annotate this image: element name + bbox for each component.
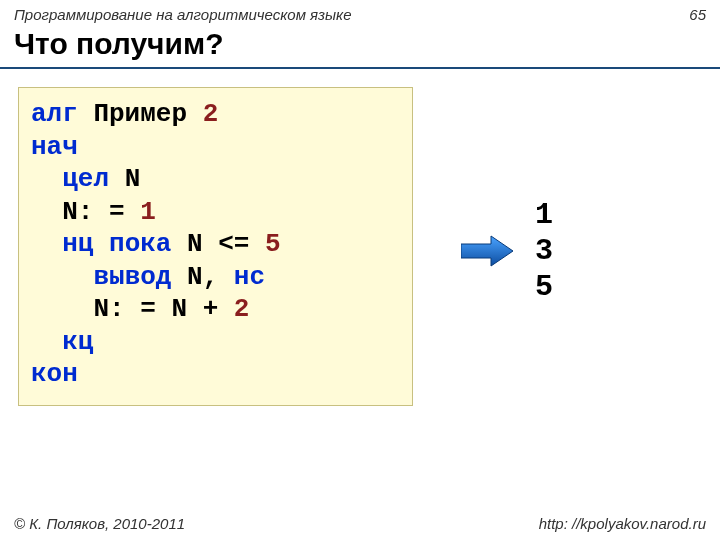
- code-t: N <=: [171, 229, 265, 259]
- code-t: N: = N +: [31, 294, 234, 324]
- code-t: N: [109, 164, 140, 194]
- num: 2: [234, 294, 250, 324]
- code-t: N: =: [31, 197, 140, 227]
- footer-url: http: //kpolyakov.narod.ru: [539, 515, 706, 532]
- kw-kc: кц: [62, 327, 93, 357]
- num: 1: [140, 197, 156, 227]
- header: Программирование на алгоритмическом язык…: [0, 0, 720, 23]
- out-line: 5: [535, 270, 553, 304]
- kw-kon: кон: [31, 359, 78, 389]
- footer-copyright: © К. Поляков, 2010-2011: [14, 515, 185, 532]
- page-number: 65: [689, 6, 706, 23]
- footer: © К. Поляков, 2010-2011 http: //kpolyako…: [0, 515, 720, 532]
- code-block: алг Пример 2 нач цел N N: = 1 нц пока N …: [18, 87, 413, 406]
- code-t: Пример: [78, 99, 203, 129]
- program-output: 1 3 5: [535, 197, 553, 305]
- kw-cel: цел: [62, 164, 109, 194]
- arrow-right-icon: [461, 234, 515, 268]
- kw-alg: алг: [31, 99, 78, 129]
- num: 5: [265, 229, 281, 259]
- kw-ns: нс: [234, 262, 265, 292]
- code-t: N,: [171, 262, 233, 292]
- kw-ncpoka: нц пока: [62, 229, 171, 259]
- kw-nach: нач: [31, 132, 78, 162]
- subject-label: Программирование на алгоритмическом язык…: [14, 6, 352, 23]
- out-line: 3: [535, 234, 553, 268]
- content-area: алг Пример 2 нач цел N N: = 1 нц пока N …: [0, 69, 720, 406]
- page-title: Что получим?: [0, 23, 720, 69]
- result-area: 1 3 5: [461, 197, 553, 305]
- num: 2: [203, 99, 219, 129]
- out-line: 1: [535, 198, 553, 232]
- kw-vyvod: вывод: [93, 262, 171, 292]
- svg-marker-0: [461, 236, 513, 266]
- code-text: алг Пример 2 нач цел N N: = 1 нц пока N …: [31, 98, 400, 391]
